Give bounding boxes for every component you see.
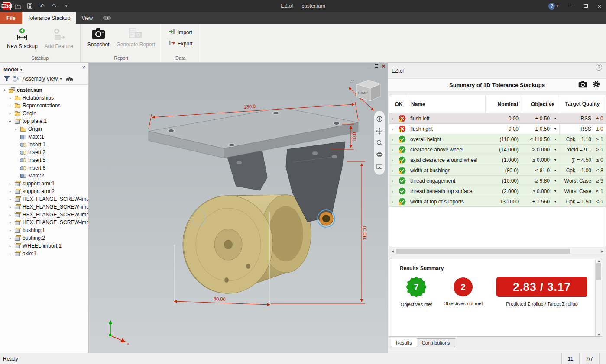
- tree-item[interactable]: ▸HEX_FLANGE_SCREW-import:4: [0, 219, 88, 226]
- tree-item[interactable]: ▸top plate:1: [0, 117, 88, 125]
- look-at-icon[interactable]: [376, 163, 383, 170]
- view-cube[interactable]: FRONT: [350, 80, 381, 101]
- tree-item[interactable]: ▸bushing:1: [0, 226, 88, 234]
- scroll-up-icon[interactable]: ▲: [596, 259, 602, 262]
- results-vertical-scrollbar[interactable]: ▲ ▼: [595, 259, 602, 336]
- expand-arrow-icon[interactable]: ▸: [8, 112, 13, 116]
- row-expander-icon[interactable]: ›: [389, 145, 395, 155]
- summary-camera-icon[interactable]: [578, 81, 587, 89]
- tree-item[interactable]: ▸support arm:1: [0, 180, 88, 187]
- tab-tolerance-stackup[interactable]: Tolerance Stackup: [22, 12, 76, 24]
- minimize-button[interactable]: [565, 0, 578, 12]
- stackup-row[interactable]: ›overall height(110.00)≤ 110.50▼Cpk = 1.…: [389, 134, 606, 145]
- tree-item[interactable]: ▸support arm:2: [0, 187, 88, 195]
- stackup-row[interactable]: ›thread engagement(10.00)≥ 9.80▼Worst Ca…: [389, 176, 606, 186]
- tab-contributions[interactable]: Contributions: [417, 338, 455, 347]
- tree-item[interactable]: ▸caster.iam: [0, 86, 88, 94]
- expand-arrow-icon[interactable]: ▸: [8, 190, 13, 193]
- viewcube-home-icon[interactable]: [350, 80, 354, 83]
- expand-arrow-icon[interactable]: ▸: [8, 229, 13, 232]
- view-hierarchy-icon[interactable]: [13, 75, 20, 82]
- tree-item[interactable]: ▸Origin: [0, 110, 88, 117]
- expand-arrow-icon[interactable]: ▸: [8, 244, 13, 248]
- tree-item[interactable]: Mate:2: [0, 172, 88, 180]
- scroll-down-icon[interactable]: ▼: [596, 333, 602, 336]
- viewport-3d-scene[interactable]: 130.0 65.0 110.00 10.0 80.00 FRONT: [89, 63, 388, 353]
- row-expander-icon[interactable]: ›: [389, 165, 395, 175]
- scroll-right-icon[interactable]: ▶: [599, 248, 606, 254]
- expand-arrow-icon[interactable]: ▸: [8, 96, 13, 100]
- import-button[interactable]: Import: [167, 28, 194, 36]
- maximize-button[interactable]: [579, 0, 592, 12]
- expand-arrow-icon[interactable]: ▸: [8, 104, 13, 108]
- stackup-row[interactable]: ›width at bushings(80.0)≤ 81.0▼Cpk = 1.0…: [389, 165, 606, 176]
- scrollbar-thumb[interactable]: [396, 249, 570, 254]
- save-icon[interactable]: [26, 2, 34, 10]
- stackup-row[interactable]: ›flush left0.00± 0.50▼RSS± 0: [389, 113, 606, 124]
- tab-file[interactable]: File: [0, 12, 22, 24]
- row-expander-icon[interactable]: ›: [389, 196, 395, 206]
- undo-icon[interactable]: ↶: [38, 2, 46, 10]
- collapse-arrow-icon[interactable]: ▸: [2, 87, 8, 93]
- objective-dropdown-icon[interactable]: ▼: [551, 186, 559, 196]
- new-stackup-button[interactable]: New Stackup: [4, 26, 40, 52]
- tree-item[interactable]: ▸HEX_FLANGE_SCREW-import:2: [0, 203, 88, 211]
- expand-arrow-icon[interactable]: ▸: [8, 197, 13, 201]
- tree-item[interactable]: Insert:1: [0, 141, 88, 148]
- tree-item[interactable]: ▸Origin: [0, 125, 88, 133]
- objective-dropdown-icon[interactable]: ▼: [551, 145, 559, 155]
- objective-dropdown-icon[interactable]: ▼: [551, 196, 559, 206]
- view-selector-caret-icon[interactable]: ▾: [60, 77, 62, 81]
- help-caret-icon[interactable]: ▾: [556, 4, 558, 8]
- tree-item[interactable]: ▸bushing:2: [0, 234, 88, 242]
- objective-dropdown-icon[interactable]: ▼: [551, 165, 559, 175]
- tab-results[interactable]: Results: [391, 338, 417, 347]
- settings-gear-icon[interactable]: [592, 80, 600, 90]
- navigation-wheel-icon[interactable]: [376, 116, 383, 122]
- objective-dropdown-icon[interactable]: ▼: [551, 134, 559, 144]
- doc-minimize-icon[interactable]: [367, 66, 371, 66]
- row-expander-icon[interactable]: ›: [389, 155, 395, 165]
- open-folder-icon[interactable]: [14, 2, 22, 10]
- redo-icon[interactable]: ↷: [50, 2, 58, 10]
- stackup-row[interactable]: ›clearance above wheel(14.000)≥ 0.000▼Yi…: [389, 145, 606, 155]
- stackup-row[interactable]: ›flush right0.00± 0.50▼RSS± 0: [389, 124, 606, 134]
- pan-icon[interactable]: [376, 128, 383, 135]
- objective-dropdown-icon[interactable]: ▼: [551, 155, 559, 165]
- expand-arrow-icon[interactable]: ▸: [8, 252, 13, 256]
- tree-item[interactable]: ▸HEX_FLANGE_SCREW-import:1: [0, 195, 88, 203]
- tree-item[interactable]: ▸axle:1: [0, 250, 88, 258]
- expand-arrow-icon[interactable]: ▸: [8, 236, 13, 240]
- stackup-row[interactable]: ›axial clearance around wheel(1.000)≥ 0.…: [389, 155, 606, 165]
- row-expander-icon[interactable]: ›: [389, 186, 395, 196]
- objective-dropdown-icon[interactable]: ▼: [551, 113, 559, 123]
- browser-title-caret-icon[interactable]: ▾: [20, 68, 23, 72]
- help-menu[interactable]: ? ▾: [548, 3, 558, 10]
- scrollbar-track[interactable]: [396, 248, 599, 254]
- tab-view[interactable]: View: [76, 12, 98, 24]
- row-expander-icon[interactable]: ›: [389, 134, 395, 144]
- tree-item[interactable]: Insert:2: [0, 148, 88, 156]
- zoom-icon[interactable]: [376, 139, 383, 146]
- quick-access-caret-icon[interactable]: ▾: [62, 2, 70, 10]
- snapshot-button[interactable]: Snapshot: [85, 26, 112, 50]
- add-feature-button[interactable]: Add Feature: [42, 26, 76, 52]
- browser-close-icon[interactable]: ×: [82, 64, 85, 71]
- doc-restore-icon[interactable]: [375, 64, 378, 68]
- export-button[interactable]: Export: [167, 39, 194, 48]
- row-expander-icon[interactable]: ›: [389, 124, 395, 134]
- stackup-row[interactable]: ›width at top of supports130.000± 1.560▼…: [389, 196, 606, 207]
- panel-help-icon[interactable]: ?: [596, 64, 602, 71]
- expand-arrow-icon[interactable]: ▸: [13, 127, 19, 131]
- close-button[interactable]: ×: [593, 0, 606, 12]
- filter-icon[interactable]: [3, 75, 10, 82]
- row-expander-icon[interactable]: ›: [389, 113, 395, 123]
- expand-arrow-icon[interactable]: ▸: [8, 205, 13, 209]
- scrollbar-thumb[interactable]: [596, 263, 601, 280]
- expand-arrow-icon[interactable]: ▸: [8, 221, 13, 225]
- expand-arrow-icon[interactable]: ▸: [8, 213, 13, 217]
- help-icon[interactable]: ?: [548, 3, 555, 10]
- find-binoculars-icon[interactable]: [66, 75, 74, 82]
- scrollbar-track[interactable]: [596, 262, 602, 333]
- doc-close-icon[interactable]: ×: [382, 63, 385, 69]
